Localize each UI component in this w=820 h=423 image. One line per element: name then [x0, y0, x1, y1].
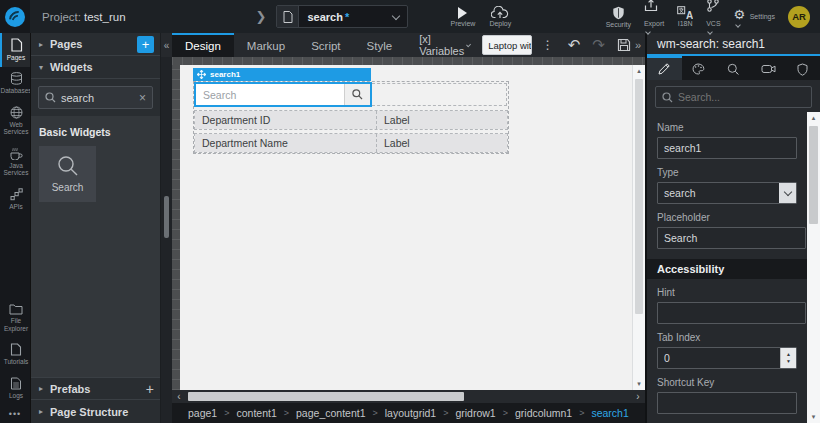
row-value-label[interactable]: Label [377, 111, 507, 129]
preview-button[interactable]: Preview [450, 6, 475, 27]
sidebar-item-databases[interactable]: Databases [0, 67, 30, 100]
breadcrumb-gridrow1[interactable]: gridrow1 [455, 407, 495, 419]
sidebar-item-web-services[interactable]: Web Services [0, 101, 30, 142]
pages-section-row[interactable]: ▸ Pages + [31, 33, 160, 56]
scroll-left-arrow[interactable]: ‹ [172, 391, 186, 402]
tab-security[interactable] [785, 56, 820, 80]
breadcrumb-search1[interactable]: search1 [591, 407, 628, 419]
properties-search-box[interactable] [655, 86, 812, 108]
user-avatar[interactable]: AR [788, 6, 810, 28]
vcs-button[interactable]: VCS [706, 0, 720, 35]
widget-search-box[interactable]: × [38, 86, 153, 109]
add-page-button[interactable]: + [137, 36, 154, 53]
save-button[interactable] [617, 38, 631, 52]
canvas-search-widget[interactable]: Search [194, 82, 372, 107]
scroll-up-arrow[interactable]: ▴ [637, 65, 641, 77]
scroll-down-arrow[interactable]: ▾ [812, 411, 816, 423]
breadcrumb-layoutgrid1[interactable]: layoutgrid1 [385, 407, 436, 419]
widgets-section-row[interactable]: ▾ Widgets [31, 56, 160, 79]
scroll-up-arrow[interactable]: ▴ [812, 112, 816, 124]
design-canvas[interactable]: search1 Search [180, 65, 632, 390]
variables-dropdown[interactable]: [x] Variables [419, 33, 472, 57]
tab-search-advanced[interactable] [716, 56, 751, 80]
sidebar-item-apis[interactable]: APIs [0, 183, 30, 216]
add-prefab-button[interactable]: + [146, 381, 154, 397]
project-label-text: Project: [42, 11, 81, 23]
properties-scrollbar[interactable]: ▴ ▾ [807, 112, 820, 423]
left-panel-scroll-thumb[interactable] [164, 196, 169, 238]
device-select[interactable]: Laptop with MDPI Screen [482, 35, 532, 55]
shortcut-key-field[interactable] [657, 392, 797, 414]
breadcrumb-page1[interactable]: page1 [188, 407, 217, 419]
tab-index-field[interactable] [658, 348, 780, 368]
sidebar-item-logs[interactable]: Logs [0, 372, 30, 405]
sidebar-item-tutorials[interactable]: Tutorials [0, 338, 30, 371]
canvas-vertical-scrollbar[interactable]: ▴ ▾ [632, 65, 645, 390]
tab-style[interactable]: Style [354, 33, 406, 57]
page-selector[interactable]: search* [276, 5, 408, 28]
tab-index-stepper[interactable]: ▲▼ [657, 347, 797, 369]
rail-more-button[interactable]: ••• [0, 409, 30, 423]
canvas-more-menu[interactable]: ⋮ [542, 43, 554, 47]
type-select[interactable]: search [657, 182, 797, 204]
stepper-arrows[interactable]: ▲▼ [780, 348, 796, 368]
table-row[interactable]: Department Name Label [194, 133, 508, 153]
left-panel-scrollbar[interactable] [161, 57, 172, 423]
web-services-globe-icon [10, 106, 23, 119]
export-button[interactable]: Export [644, 0, 664, 35]
wavemaker-logo[interactable] [0, 0, 30, 33]
magnifier-gear-icon [727, 63, 740, 76]
properties-search-input[interactable] [678, 91, 805, 103]
collapse-left-panel-button[interactable]: « [161, 33, 172, 57]
row-field-label[interactable]: Department Name [195, 134, 377, 152]
sidebar-item-file-explorer[interactable]: File Explorer [0, 298, 30, 338]
scroll-down-arrow[interactable]: ▾ [637, 378, 641, 390]
scroll-right-arrow[interactable]: › [631, 391, 645, 402]
widget-selection-tag[interactable]: search1 [193, 68, 371, 81]
widget-search-input[interactable] [61, 92, 134, 104]
properties-scroll-thumb[interactable] [809, 126, 818, 224]
placeholder-field[interactable] [657, 227, 806, 249]
pages-panel: ▸ Pages + ▾ Widgets × Basic Widgets Sear… [30, 33, 160, 423]
breadcrumb-page-content1[interactable]: page_content1 [296, 407, 365, 419]
security-button[interactable]: Security [606, 6, 631, 28]
i18n-button[interactable]: A I18N [677, 6, 693, 27]
canvas-search-button[interactable] [344, 84, 370, 105]
empty-grid-cell[interactable] [372, 83, 507, 106]
search-widget-icon [57, 155, 79, 177]
breadcrumb-gridcolumn1[interactable]: gridcolumn1 [515, 407, 572, 419]
tab-design[interactable]: Design [172, 33, 234, 57]
tab-script[interactable]: Script [298, 33, 353, 57]
expand-right-panel-button[interactable]: » [631, 39, 645, 51]
row-field-label[interactable]: Department ID [195, 111, 377, 129]
tab-device[interactable] [751, 56, 786, 80]
properties-panel: wm-search: search1 [645, 33, 820, 423]
canvas-vscroll-thumb[interactable] [635, 79, 643, 314]
prefabs-section-row[interactable]: ▸ Prefabs + [31, 377, 160, 400]
sidebar-item-pages[interactable]: Pages [0, 33, 30, 67]
hint-field[interactable] [657, 302, 806, 324]
page-structure-section-row[interactable]: ▸ Page Structure [31, 400, 160, 423]
tab-markup[interactable]: Markup [234, 33, 298, 57]
sidebar-item-java-services[interactable]: Java Services [0, 142, 30, 183]
gridcolumn[interactable]: Search Dep [193, 81, 509, 154]
breadcrumb-content1[interactable]: content1 [236, 407, 276, 419]
vcs-branch-icon [706, 0, 720, 12]
settings-button[interactable]: ⚙ Settings [734, 5, 775, 28]
search-widget-tile[interactable]: Search [39, 146, 96, 202]
search1-widget[interactable]: search1 Search [193, 68, 509, 154]
deploy-button[interactable]: Deploy [489, 6, 511, 27]
variables-chevron-icon [466, 42, 471, 47]
row-value-label[interactable]: Label [377, 134, 507, 152]
table-row[interactable]: Department ID Label [194, 110, 508, 130]
pages-collapsed-triangle-icon: ▸ [39, 40, 43, 49]
tab-styles[interactable] [682, 56, 717, 80]
clear-search-icon[interactable]: × [139, 91, 146, 105]
tab-properties[interactable] [647, 56, 682, 80]
variables-label: [x] Variables [419, 33, 465, 57]
name-field[interactable] [657, 137, 797, 159]
undo-button[interactable]: ↶ [568, 36, 581, 54]
canvas-hscroll-thumb[interactable] [188, 392, 464, 401]
security-shield-icon [612, 6, 625, 20]
canvas-horizontal-scrollbar[interactable]: ‹ › [172, 390, 645, 403]
